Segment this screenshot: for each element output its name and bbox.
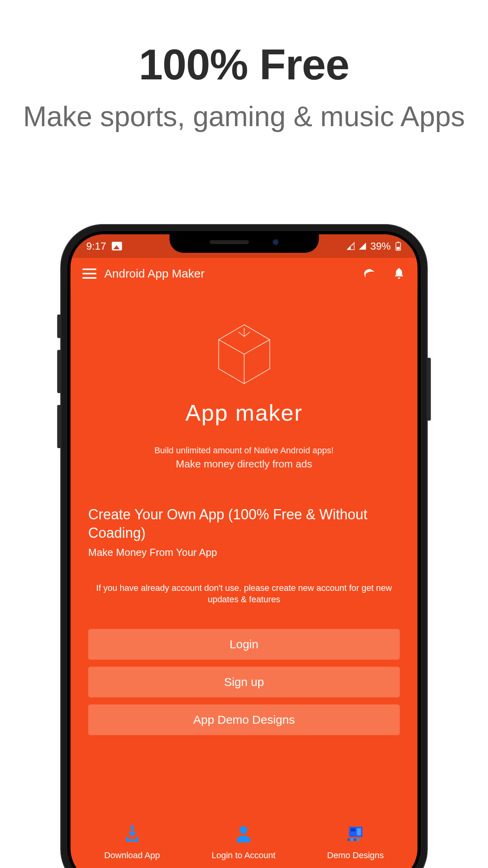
content-headline: Create Your Own App (100% Free & Without… [88, 506, 400, 542]
share-icon[interactable] [361, 266, 377, 281]
cube-logo [83, 317, 406, 392]
menu-icon[interactable] [83, 268, 97, 279]
button-group: Login Sign up App Demo Designs [71, 613, 418, 743]
bell-icon[interactable] [393, 267, 406, 280]
header-actions [361, 266, 406, 281]
phone-notch [169, 231, 319, 253]
app-title: Android App Maker [105, 267, 361, 280]
marketing-title: 100% Free [0, 39, 488, 89]
svg-rect-8 [136, 837, 138, 840]
hero-section: App maker Build unlimited amount of Nati… [71, 289, 418, 482]
status-time: 9:17 [86, 240, 106, 252]
person-icon [233, 824, 254, 844]
phone-frame: 9:17 x 39% Android App Maker [61, 224, 428, 868]
phone-power-button [427, 358, 431, 421]
svg-rect-11 [351, 828, 356, 831]
content-section: Create Your Own App (100% Free & Without… [71, 482, 418, 613]
svg-text:x: x [352, 243, 354, 246]
signup-button[interactable]: Sign up [88, 667, 400, 697]
nav-label: Download App [104, 850, 160, 861]
status-right: x 39% [347, 240, 402, 252]
svg-rect-14 [348, 839, 350, 841]
phone-speaker [209, 240, 249, 244]
svg-rect-5 [131, 828, 133, 833]
svg-rect-7 [126, 837, 128, 840]
svg-rect-12 [357, 828, 361, 835]
app-screen: 9:17 x 39% Android App Maker [71, 234, 418, 868]
svg-rect-15 [351, 839, 353, 841]
demo-designs-button[interactable]: App Demo Designs [88, 704, 400, 735]
battery-icon [395, 241, 402, 251]
phone-mute-switch [57, 314, 61, 338]
hero-tagline-2: Make money directly from ads [83, 458, 406, 470]
svg-rect-2 [397, 242, 400, 243]
battery-percent: 39% [370, 240, 391, 252]
marketing-banner: 100% Free Make sports, gaming & music Ap… [0, 0, 488, 132]
nav-download-app[interactable]: Download App [104, 824, 160, 861]
app-header: Android App Maker [71, 258, 418, 289]
nav-label: Login to Account [211, 850, 275, 861]
svg-rect-3 [397, 247, 400, 250]
marketing-subtitle: Make sports, gaming & music Apps [0, 101, 488, 132]
hero-tagline-1: Build unlimited amount of Native Android… [83, 445, 406, 456]
content-sub: Make Money From Your App [88, 546, 400, 559]
nav-login-account[interactable]: Login to Account [211, 824, 275, 861]
phone-inner: 9:17 x 39% Android App Maker [68, 231, 421, 868]
download-icon [122, 824, 142, 844]
svg-rect-16 [354, 839, 356, 841]
nav-demo-designs[interactable]: Demo Designs [327, 824, 384, 861]
login-button[interactable]: Login [88, 629, 400, 660]
bottom-nav: Download App Login to Account Demo Desig… [71, 812, 418, 868]
phone-volume-up [57, 350, 61, 393]
signal-icon: x [347, 242, 354, 250]
account-hint: If you have already account don't use. p… [88, 582, 400, 605]
phone-camera [272, 239, 279, 245]
svg-rect-17 [357, 839, 360, 841]
svg-point-9 [240, 826, 248, 834]
nav-label: Demo Designs [327, 850, 384, 861]
status-left: 9:17 [86, 240, 122, 252]
picture-icon [112, 242, 122, 250]
phone-volume-down [57, 405, 61, 448]
designs-icon [345, 824, 366, 844]
signal-icon-2 [358, 242, 366, 250]
hero-title: App maker [83, 399, 406, 426]
